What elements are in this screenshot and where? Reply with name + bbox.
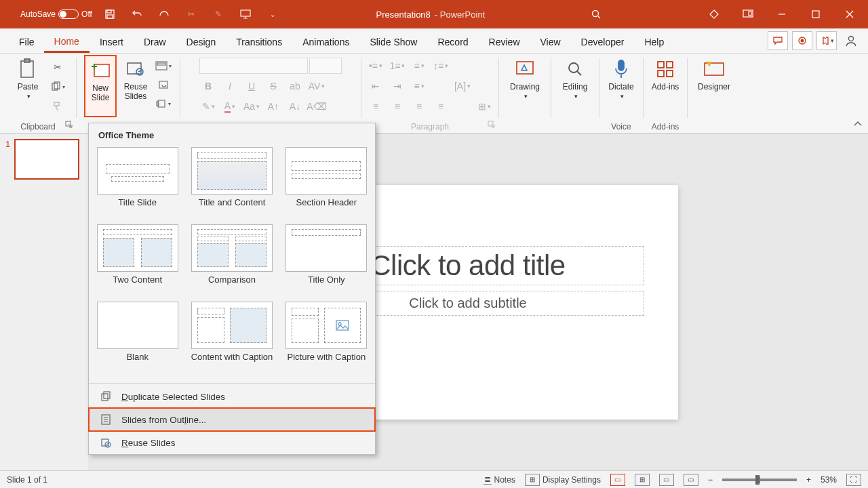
collapse-ribbon-icon[interactable] bbox=[853, 118, 863, 130]
dedent-button[interactable]: ⇤ bbox=[367, 78, 384, 94]
format-painter-button[interactable] bbox=[49, 98, 66, 115]
zoom-out-button[interactable]: − bbox=[708, 475, 713, 485]
text-direction-button[interactable]: [A]▾ bbox=[454, 78, 471, 94]
font-family-combo[interactable] bbox=[199, 58, 308, 74]
tab-animations[interactable]: Animations bbox=[292, 31, 359, 53]
search-icon[interactable] bbox=[588, 6, 604, 22]
view-reading-button[interactable]: ▭ bbox=[659, 474, 674, 486]
tab-file[interactable]: File bbox=[9, 31, 44, 53]
layout-two-content[interactable]: Two Content bbox=[96, 224, 179, 296]
align-left-button[interactable]: ≡ bbox=[367, 98, 384, 115]
tab-home[interactable]: Home bbox=[44, 30, 90, 53]
shrink-font-button[interactable]: A↓ bbox=[286, 98, 304, 115]
reuse-slides-menuitem[interactable]: Reuse Slides bbox=[89, 431, 375, 454]
layout-button[interactable]: ▾ bbox=[155, 58, 172, 74]
qat-button[interactable]: ✎ bbox=[209, 5, 228, 24]
qat-button[interactable]: ✂ bbox=[182, 5, 201, 24]
undo-button[interactable] bbox=[127, 5, 146, 24]
duplicate-slides-menuitem[interactable]: Duplicate Selected Slides bbox=[89, 385, 375, 408]
layout-title-only[interactable]: Title Only bbox=[285, 224, 368, 296]
list-level-button[interactable]: ≡▾ bbox=[410, 58, 428, 74]
tab-transitions[interactable]: Transitions bbox=[226, 31, 292, 53]
redo-button[interactable] bbox=[155, 5, 174, 24]
change-case-button[interactable]: Aa▾ bbox=[243, 98, 260, 115]
section-button[interactable]: ▾ bbox=[155, 96, 172, 112]
view-slideshow-button[interactable]: ▭ bbox=[684, 474, 698, 486]
diamond-icon[interactable] bbox=[698, 0, 730, 28]
share-button[interactable]: ▾ bbox=[816, 31, 837, 50]
drawing-button[interactable]: Drawing▾ bbox=[503, 55, 547, 117]
smartart-button[interactable]: ⊞▾ bbox=[475, 98, 493, 115]
addins-button[interactable]: Add-ins bbox=[647, 55, 684, 117]
layout-blank[interactable]: Blank bbox=[96, 302, 179, 373]
present-button[interactable] bbox=[236, 5, 255, 24]
minimize-button[interactable] bbox=[766, 0, 797, 28]
svg-rect-25 bbox=[517, 62, 533, 74]
editing-button[interactable]: Editing▾ bbox=[555, 55, 595, 117]
grow-font-button[interactable]: A↑ bbox=[264, 98, 282, 115]
bullets-button[interactable]: •≡▾ bbox=[367, 58, 384, 74]
maximize-button[interactable] bbox=[800, 0, 831, 28]
tab-slideshow[interactable]: Slide Show bbox=[359, 31, 427, 53]
slide-thumbnail[interactable] bbox=[14, 139, 79, 180]
align-text-button[interactable]: ≡▾ bbox=[410, 78, 428, 94]
view-normal-button[interactable]: ▭ bbox=[610, 474, 625, 486]
comments-button[interactable] bbox=[768, 31, 788, 50]
line-spacing-button[interactable]: ↕≡▾ bbox=[432, 58, 450, 74]
justify-button[interactable]: ≡ bbox=[432, 98, 450, 115]
tab-review[interactable]: Review bbox=[479, 31, 530, 53]
strike-button[interactable]: S bbox=[264, 78, 282, 94]
save-icon[interactable] bbox=[100, 5, 119, 24]
shadow-button[interactable]: ab bbox=[286, 78, 304, 94]
layout-picture-caption[interactable]: Picture with Caption bbox=[285, 302, 368, 373]
numbering-button[interactable]: 1≡▾ bbox=[389, 58, 406, 74]
tab-view[interactable]: View bbox=[530, 31, 571, 53]
align-center-button[interactable]: ≡ bbox=[389, 98, 406, 115]
italic-button[interactable]: I bbox=[221, 78, 239, 94]
paste-button[interactable]: Paste▾ bbox=[9, 55, 46, 117]
qat-customize[interactable]: ⌄ bbox=[263, 5, 282, 24]
reset-button[interactable] bbox=[155, 77, 172, 93]
align-right-button[interactable]: ≡ bbox=[410, 98, 428, 115]
reuse-slides-button[interactable]: Reuse Slides bbox=[119, 55, 152, 117]
tab-record[interactable]: Record bbox=[427, 31, 478, 53]
font-size-combo[interactable] bbox=[309, 58, 342, 74]
view-sorter-button[interactable]: ⊞ bbox=[635, 474, 650, 486]
highlight-button[interactable]: ✎▾ bbox=[199, 98, 217, 115]
dialog-launcher-icon[interactable] bbox=[488, 121, 497, 130]
dictate-button[interactable]: Dictate▾ bbox=[603, 55, 639, 117]
underline-button[interactable]: U bbox=[243, 78, 260, 94]
zoom-in-button[interactable]: + bbox=[806, 475, 811, 485]
layout-title-content[interactable]: Title and Content bbox=[190, 147, 273, 219]
clear-format-button[interactable]: A⌫ bbox=[308, 98, 326, 115]
font-color-button[interactable]: A▾ bbox=[221, 98, 239, 115]
notes-button[interactable]: ≣Notes bbox=[484, 474, 515, 485]
layout-section-header[interactable]: Section Header bbox=[285, 147, 368, 219]
tab-help[interactable]: Help bbox=[634, 31, 674, 53]
zoom-slider[interactable] bbox=[722, 479, 797, 481]
tab-developer[interactable]: Developer bbox=[571, 31, 635, 53]
indent-button[interactable]: ⇥ bbox=[389, 78, 406, 94]
spacing-button[interactable]: AV▾ bbox=[308, 78, 326, 94]
bold-button[interactable]: B bbox=[199, 78, 217, 94]
account-icon[interactable] bbox=[841, 34, 861, 47]
display-settings-button[interactable]: ⊞Display Settings bbox=[525, 474, 601, 486]
designer-button[interactable]: Designer bbox=[692, 55, 736, 117]
fit-window-button[interactable]: ⛶ bbox=[846, 474, 861, 486]
cut-button[interactable]: ✂ bbox=[49, 59, 66, 75]
dialog-launcher-icon[interactable] bbox=[65, 121, 75, 130]
tab-design[interactable]: Design bbox=[176, 31, 226, 53]
tab-draw[interactable]: Draw bbox=[134, 31, 176, 53]
layout-comparison[interactable]: Comparison bbox=[190, 224, 273, 296]
slides-from-outline-menuitem[interactable]: Slides from Outline... bbox=[89, 408, 375, 431]
layout-title-slide[interactable]: Title Slide bbox=[96, 147, 179, 219]
autosave-toggle[interactable]: AutoSave Off bbox=[20, 9, 92, 19]
new-slide-button[interactable]: New Slide bbox=[84, 55, 117, 117]
tab-insert[interactable]: Insert bbox=[90, 31, 134, 53]
close-button[interactable] bbox=[834, 0, 865, 28]
zoom-level[interactable]: 53% bbox=[821, 475, 837, 485]
copy-button[interactable]: ▾ bbox=[49, 79, 66, 95]
ribbon-display-button[interactable] bbox=[732, 0, 764, 28]
layout-content-caption[interactable]: Content with Caption bbox=[190, 302, 273, 373]
record-button[interactable] bbox=[792, 31, 812, 50]
